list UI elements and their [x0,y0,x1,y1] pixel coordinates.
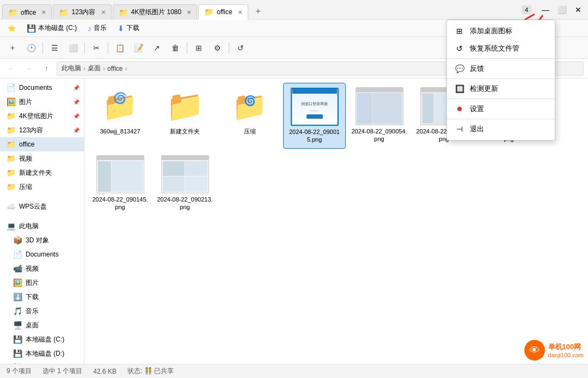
download-pc-icon: ⬇️ [13,292,22,301]
tab-label-4: office [217,8,232,16]
path-current[interactable]: office [107,65,122,72]
tab-folder-icon-1: 📁 [8,8,17,17]
tabs-area: 📁 office ✕ 📁 123内容 ✕ 📁 4K壁纸图片 1080 ✕ 📁 o… [2,0,522,19]
file-item-newfolder[interactable]: 📁 新建文件夹 [154,83,216,149]
file-item-360wjj[interactable]: 📁 🌀 360wjj_813427 [89,83,151,149]
quick-download[interactable]: ⬇ 下载 [114,22,143,34]
file-item-png2[interactable]: 2024-08-22_090054.png [348,83,411,149]
minimize-button[interactable]: — [538,2,553,17]
path-desktop[interactable]: 桌面 [88,64,101,73]
paste-button[interactable]: 📋 [112,40,128,56]
sidebar-item-wps[interactable]: ☁️ WPS云盘 [0,199,84,214]
tab-office-4[interactable]: 📁 office ✕ [198,4,248,20]
back-button[interactable]: ← [4,62,19,76]
properties-button[interactable]: ⚙ [209,40,225,56]
menu-item-settings[interactable]: 设置 [447,100,555,118]
sidebar-item-new-folder[interactable]: 📁 新建文件夹 [0,166,84,180]
sidebar-item-docs-pc[interactable]: 📄 Documents [0,247,84,261]
file-item-zip[interactable]: 📁 🌀 压缩 [218,83,281,149]
tab-label-2: 123内容 [71,8,95,17]
sidebar-label-video: 视频 [19,154,32,163]
sidebar-item-zip[interactable]: 📁 压缩 [0,180,84,194]
delete-button[interactable]: 🗑 [167,40,183,56]
sidebar-item-pictures[interactable]: 🖼️ 图片 📌 [0,95,84,109]
sidebar-item-3d[interactable]: 📦 3D 对象 [0,233,84,247]
new-button[interactable]: ＋ [4,40,21,56]
tab-label-3: 4K壁纸图片 1080 [131,8,182,17]
file-name-png1: 2024-08-22_090015.png [287,128,342,144]
copy-button[interactable]: ⬜ [65,40,81,56]
sidebar-label-3d: 3D 对象 [26,236,49,245]
section-pc [0,214,84,219]
tab-123[interactable]: 📁 123内容 ✕ [53,4,111,20]
sidebar-item-video[interactable]: 📁 视频 [0,151,84,166]
sidebar-item-desktop-pc[interactable]: 🖥️ 桌面 [0,318,84,332]
menu-item-restore-files[interactable]: ↺ 恢复系统文件管 [447,40,555,57]
zip-icon: 📁 [7,182,16,191]
desktop-pc-icon: 🖥️ [13,321,22,330]
file-thumb-png1: 浏览口登录界面 ——— [291,88,339,126]
menu-item-feedback[interactable]: 💬 反馈 [447,60,555,77]
new-folder-icon: 📁 [7,168,16,177]
sidebar-item-video-pc[interactable]: 📹 视频 [0,261,84,276]
menu-item-add-desktop-icon[interactable]: ⊞ 添加桌面图标 [447,22,555,40]
sidebar-item-4k[interactable]: 📁 4K壁纸图片 📌 [0,109,84,123]
select-all-button[interactable]: ⊞ [191,40,207,56]
window-controls: — ⬜ ✕ [538,2,586,17]
cut-button[interactable]: ✂ [88,40,105,56]
tab-office-1[interactable]: 📁 office ✕ [2,4,52,20]
menu-item-check-update[interactable]: 🔲 检测更新 [447,80,555,97]
file-name-360wjj: 360wjj_813427 [100,127,140,135]
watermark: 👁 单机100网 danji100.com [520,338,588,363]
menu-label-feedback: 反馈 [470,64,484,74]
sidebar-item-123[interactable]: 📁 123内容 📌 [0,123,84,137]
menu-label-restore-files: 恢复系统文件管 [470,44,519,53]
123-icon: 📁 [7,126,16,135]
tab-close-4[interactable]: ✕ [238,9,242,15]
rename-button[interactable]: 📝 [130,40,146,56]
path-this-pc[interactable]: 此电脑 [62,64,81,73]
quick-music-label: 音乐 [94,23,107,33]
sidebar-item-c-drive[interactable]: 💾 本地磁盘 (C:) [0,332,84,346]
add-tab-button[interactable]: ＋ [249,3,267,19]
tab-close-2[interactable]: ✕ [101,9,106,15]
file-thumb-360wjj: 📁 🌀 [96,87,144,125]
sidebar-item-this-pc[interactable]: 💻 此电脑 [0,219,84,233]
up-button[interactable]: ↑ [39,62,53,76]
menu-label-settings: 设置 [470,104,484,114]
file-thumb-zip: 📁 🌀 [226,87,274,125]
sidebar-item-music-pc[interactable]: 🎵 音乐 [0,304,84,318]
view-button[interactable]: ☰ [46,40,63,56]
file-item-png5[interactable]: 2024-08-22_090145.png [89,151,151,216]
forward-button[interactable]: → [22,62,36,76]
tab-4k[interactable]: 📁 4K壁纸图片 1080 ✕ [113,4,198,20]
tab-close-1[interactable]: ✕ [41,9,46,15]
sidebar: 📄 Documents 📌 🖼️ 图片 📌 📁 4K壁纸图片 📌 📁 123内容… [0,78,84,364]
menu-item-exit[interactable]: ⊣ 退出 [447,120,555,138]
address-path[interactable]: 此电脑 › 桌面 › office › [57,62,465,76]
recent-button[interactable]: 🕐 [23,40,39,56]
quick-back[interactable]: ⭐ [4,23,19,33]
sidebar-item-d-drive[interactable]: 💾 本地磁盘 (D:) [0,346,84,361]
tab-close-3[interactable]: ✕ [187,9,191,15]
watermark-text-area: 单机100网 danji100.com [548,342,584,358]
close-button[interactable]: ✕ [571,2,586,17]
file-name-png5: 2024-08-22_090145.png [92,196,148,211]
quick-local-disk[interactable]: 💾 本地磁盘 (C:) [23,22,80,34]
file-item-png1[interactable]: 浏览口登录界面 ——— 2024-08-22_090015.png [283,83,346,149]
sidebar-item-documents[interactable]: 📄 Documents 📌 [0,81,84,95]
file-name-newfolder: 新建文件夹 [170,127,200,135]
sidebar-label-wps: WPS云盘 [19,202,47,211]
restore-button[interactable]: ⬜ [554,2,569,17]
menu-separator-3 [447,99,555,99]
sidebar-item-pictures-pc[interactable]: 🖼️ 图片 [0,276,84,290]
sidebar-item-office[interactable]: 📁 office [0,137,84,151]
watermark-sub: danji100.com [548,352,584,358]
quick-music[interactable]: ♪ 音乐 [84,22,110,34]
file-item-png6[interactable]: 2024-08-22_090213.png [154,151,216,216]
menu-separator-4 [447,119,555,119]
refresh-tb-button[interactable]: ↺ [232,40,249,56]
sidebar-item-download-pc[interactable]: ⬇️ 下载 [0,290,84,304]
share-button[interactable]: ↗ [149,40,165,56]
dropdown-menu: ⊞ 添加桌面图标 ↺ 恢复系统文件管 💬 反馈 🔲 检测更新 设置 ⊣ 退出 [446,20,555,141]
